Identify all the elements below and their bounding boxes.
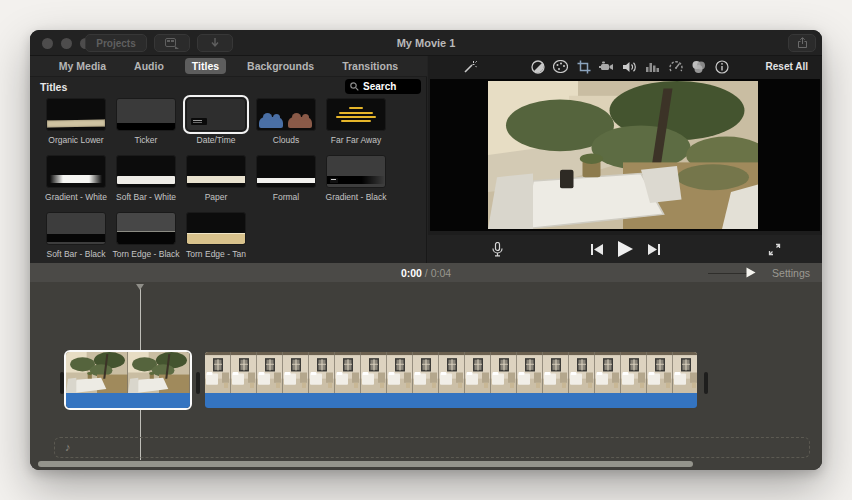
search-input[interactable]: Search — [345, 79, 421, 94]
tab-audio[interactable]: Audio — [127, 58, 171, 74]
noise-reduction-icon[interactable] — [645, 59, 660, 74]
reset-all-button[interactable]: Reset All — [766, 61, 808, 72]
title-item-far-far-away[interactable]: Far Far Away — [321, 98, 391, 145]
title-bar: Projects My Movie 1 — [30, 30, 822, 56]
projects-button[interactable]: Projects — [85, 34, 147, 52]
title-item-torn-edge-black[interactable]: Torn Edge - Black — [111, 212, 181, 259]
horizontal-scrollbar[interactable] — [38, 461, 693, 467]
title-item-paper[interactable]: Paper — [181, 155, 251, 202]
timeline-clip-interior[interactable] — [205, 352, 697, 408]
projects-label: Projects — [96, 38, 135, 49]
share-icon — [797, 36, 808, 51]
title-item-soft-bar-black[interactable]: Soft Bar - Black — [41, 212, 111, 259]
playback-controls — [428, 235, 822, 263]
current-time: 0:00 — [401, 267, 422, 279]
title-item-date-time[interactable]: Date/Time — [181, 98, 251, 145]
import-button[interactable] — [197, 34, 233, 52]
stabilization-icon[interactable] — [599, 59, 614, 74]
garden-scene-image — [488, 81, 758, 229]
info-icon[interactable] — [714, 59, 729, 74]
color-balance-icon[interactable] — [530, 59, 545, 74]
fullscreen-icon[interactable] — [767, 242, 782, 257]
clip-edge-handle[interactable] — [704, 372, 708, 394]
background-music-track[interactable]: ♪ — [54, 437, 810, 458]
zoom-slider-thumb[interactable] — [747, 267, 756, 277]
adjust-toolbar: Reset All — [428, 56, 822, 77]
clip-edge-handle[interactable] — [60, 372, 64, 394]
timeline-clip-garden[interactable] — [66, 352, 190, 408]
browser-tab-bar: My Media Audio Titles Backgrounds Transi… — [30, 56, 427, 77]
timeline-zoom-slider[interactable] — [708, 267, 754, 279]
tab-my-media[interactable]: My Media — [52, 58, 113, 74]
browser-header: Titles Search — [30, 77, 427, 97]
title-item-gradient-black[interactable]: Gradient - Black — [321, 155, 391, 202]
audio-waveform-bar — [66, 393, 190, 408]
play-icon[interactable] — [616, 240, 634, 258]
timeline-toolbar: 0:00 / 0:04 Settings — [30, 263, 822, 282]
volume-icon[interactable] — [622, 59, 637, 74]
record-voiceover-mic-icon[interactable] — [490, 242, 505, 257]
share-button[interactable] — [788, 34, 816, 52]
browser-header-title: Titles — [40, 81, 67, 93]
title-item-soft-bar-white[interactable]: Soft Bar - White — [111, 155, 181, 202]
title-item-organic-lower[interactable]: Organic Lower — [41, 98, 111, 145]
download-arrow-icon — [208, 36, 222, 51]
tab-titles[interactable]: Titles — [185, 58, 226, 74]
imovie-window: Projects My Movie 1 My Media Audio Title… — [30, 30, 822, 470]
timecode: 0:00 / 0:04 — [30, 267, 822, 279]
title-item-torn-edge-tan[interactable]: Torn Edge - Tan — [181, 212, 251, 259]
title-item-formal[interactable]: Formal — [251, 155, 321, 202]
viewer-pane: Reset All — [428, 56, 822, 263]
tab-transitions[interactable]: Transitions — [335, 58, 405, 74]
speed-icon[interactable] — [668, 59, 683, 74]
duration: 0:04 — [431, 267, 451, 279]
timeline[interactable]: ♪ — [30, 282, 822, 470]
content-browser: My Media Audio Titles Backgrounds Transi… — [30, 56, 427, 263]
title-item-gradient-white[interactable]: Gradient - White — [41, 155, 111, 202]
crop-icon[interactable] — [576, 59, 591, 74]
search-label: Search — [363, 81, 396, 92]
next-icon[interactable] — [646, 242, 661, 257]
import-media-button[interactable] — [154, 34, 190, 52]
music-note-icon: ♪ — [65, 441, 71, 453]
close-button[interactable] — [42, 38, 53, 49]
minimize-button[interactable] — [61, 38, 72, 49]
clip-edge-handle[interactable] — [196, 372, 200, 394]
title-item-clouds[interactable]: Clouds — [251, 98, 321, 145]
enhance-wand-icon[interactable] — [462, 59, 477, 74]
color-correction-icon[interactable] — [553, 59, 568, 74]
traffic-lights — [42, 38, 91, 49]
media-icon — [165, 36, 179, 51]
clip-filter-icon[interactable] — [691, 59, 706, 74]
settings-button[interactable]: Settings — [772, 267, 810, 279]
search-icon — [350, 82, 359, 91]
previous-icon[interactable] — [589, 242, 604, 257]
title-item-ticker[interactable]: Ticker — [111, 98, 181, 145]
tab-backgrounds[interactable]: Backgrounds — [240, 58, 321, 74]
window-title: My Movie 1 — [30, 30, 822, 56]
audio-waveform-bar — [205, 393, 697, 408]
video-viewer — [430, 79, 820, 231]
video-frame — [488, 81, 758, 229]
